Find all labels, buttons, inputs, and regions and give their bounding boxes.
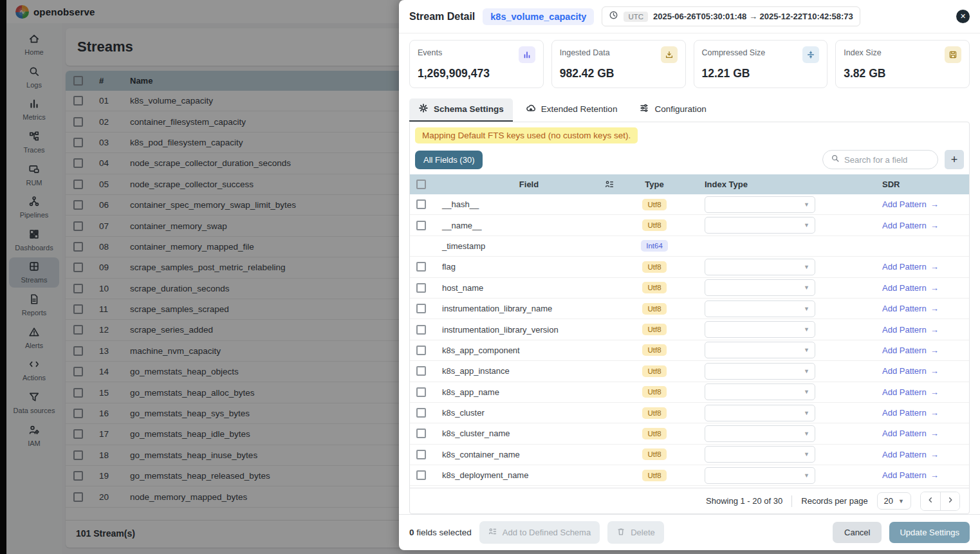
pagination-bar: Showing 1 - 20 of 30 Records per page 20… [410,488,969,513]
add-pattern-link[interactable]: Add Pattern→ [882,450,969,459]
type-badge: Utf8 [642,365,666,377]
type-badge: Utf8 [642,303,666,315]
trash-icon [616,527,625,538]
type-badge: Utf8 [642,199,666,210]
sliders-icon [639,103,649,115]
index-type-select[interactable]: ▼ [705,196,815,213]
add-pattern-link[interactable]: Add Pattern→ [882,429,969,438]
add-field-button[interactable]: + [945,150,964,169]
index-type-select[interactable]: ▼ [705,300,815,317]
field-checkbox[interactable] [416,262,426,272]
index-type-select[interactable]: ▼ [705,425,815,442]
panel-footer: 0 fields selected Add to Defined Schema … [399,514,980,550]
chevron-right-icon [947,496,954,506]
field-checkbox[interactable] [416,325,426,335]
chevron-down-icon: ▼ [804,222,809,228]
index-type-select[interactable]: ▼ [705,217,815,234]
gear-icon [418,103,429,115]
fts-warning-banner: Mapping Default FTS keys used (no custom… [415,127,638,143]
prev-page-button[interactable] [921,492,940,510]
field-checkbox[interactable] [416,450,426,459]
showing-text: Showing 1 - 20 of 30 [706,496,782,506]
field-name: k8s_app_name [442,387,616,397]
field-column-header: Field [519,180,539,189]
fields-toolbar: All Fields (30) + [410,149,969,174]
next-page-button[interactable] [940,492,959,510]
chevron-down-icon: ▼ [804,264,809,270]
index-type-select[interactable]: ▼ [705,342,815,358]
index-type-select[interactable]: ▼ [705,446,815,463]
type-badge: Utf8 [642,428,666,439]
index-type-select[interactable]: ▼ [705,321,815,338]
index-type-select[interactable]: ▼ [705,279,815,296]
fields-selected-count: 0 [409,528,414,537]
add-pattern-link[interactable]: Add Pattern→ [882,346,969,355]
arrow-right-icon: → [930,199,939,209]
cancel-button[interactable]: Cancel [833,522,882,543]
compress-icon [802,46,819,63]
add-pattern-link[interactable]: Add Pattern→ [882,283,969,293]
search-input[interactable] [844,155,930,165]
add-to-defined-schema-button[interactable]: Add to Defined Schema [479,521,600,544]
index-type-select[interactable]: ▼ [705,363,815,380]
tab-configuration[interactable]: Configuration [630,98,715,122]
field-checkbox[interactable] [416,366,426,376]
add-pattern-link[interactable]: Add Pattern→ [882,387,969,397]
add-pattern-link[interactable]: Add Pattern→ [882,221,969,230]
index-type-select[interactable]: ▼ [705,467,815,484]
index-type-select[interactable]: ▼ [705,383,815,400]
arrow-right-icon: → [930,283,939,293]
field-checkbox[interactable] [416,429,426,438]
update-settings-button[interactable]: Update Settings [889,522,970,543]
tab-schema-settings[interactable]: Schema Settings [409,98,513,122]
screen: openobserve HomeLogsMetricsTracesRUMPipe… [0,0,980,554]
index-type-select[interactable]: ▼ [705,259,815,275]
field-checkbox[interactable] [416,408,426,418]
field-row: k8s_cluster_nameUtf8▼Add Pattern→ [410,423,969,444]
field-name: k8s_app_instance [442,366,616,376]
chevron-down-icon: ▼ [804,368,809,374]
tab-extended-retention[interactable]: Extended Retention [517,98,627,122]
stat-card-ingested-data: Ingested Data982.42 GB [551,40,686,88]
add-pattern-link[interactable]: Add Pattern→ [882,366,969,376]
bar-chart-icon [519,46,535,63]
stream-detail-panel: Stream Detail k8s_volume_capacity UTC 20… [399,0,980,550]
field-search [822,150,938,169]
per-page-value: 20 [884,496,893,506]
select-all-fields-checkbox[interactable] [416,180,426,189]
field-checkbox[interactable] [416,470,426,480]
close-icon[interactable]: ✕ [956,10,970,23]
field-name: _timestamp [442,241,616,251]
field-checkbox[interactable] [416,346,426,355]
index-type-select[interactable]: ▼ [705,405,815,421]
add-pattern-link[interactable]: Add Pattern→ [882,199,969,209]
field-row: k8s_container_nameUtf8▼Add Pattern→ [410,445,969,465]
field-row: k8s_app_instanceUtf8▼Add Pattern→ [410,361,969,382]
add-pattern-link[interactable]: Add Pattern→ [882,470,969,480]
type-badge: Utf8 [642,219,666,231]
all-fields-button[interactable]: All Fields (30) [415,151,483,169]
stats-row: Events1,269,909,473Ingested Data982.42 G… [399,33,980,92]
per-page-select[interactable]: 20 ▼ [877,492,911,510]
field-checkbox[interactable] [416,221,426,230]
field-checkbox[interactable] [416,283,426,293]
records-per-page-label: Records per page [801,496,867,506]
field-checkbox[interactable] [416,387,426,397]
schema-sort-icon[interactable] [605,180,615,189]
field-row: k8s_app_componentUtf8▼Add Pattern→ [410,340,969,361]
index-type-column-header: Index Type [693,180,841,189]
delete-button[interactable]: Delete [607,521,664,544]
add-pattern-link[interactable]: Add Pattern→ [882,262,969,272]
arrow-right-icon: → [930,470,939,480]
panel-header: Stream Detail k8s_volume_capacity UTC 20… [399,0,980,33]
add-pattern-link[interactable]: Add Pattern→ [882,325,969,335]
add-pattern-link[interactable]: Add Pattern→ [882,304,969,313]
field-row: __name__Utf8▼Add Pattern→ [410,215,969,235]
time-range-chip: UTC 2025-06-26T05:30:01:48 → 2025-12-22T… [602,6,860,26]
add-pattern-link[interactable]: Add Pattern→ [882,408,969,418]
field-row: _timestampInt64 [410,236,969,257]
field-checkbox[interactable] [416,199,426,209]
fields-table-header: Field Type Index Type SDR [410,174,969,194]
field-checkbox[interactable] [416,304,426,313]
arrow-right-icon: → [930,408,939,418]
